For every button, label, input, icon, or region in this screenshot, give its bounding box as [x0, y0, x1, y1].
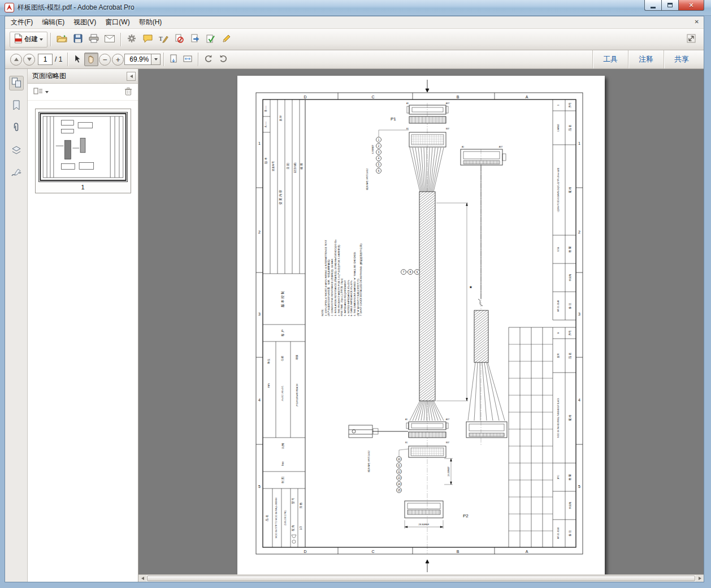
- zoom-in-button[interactable]: +: [112, 54, 124, 66]
- menu-help[interactable]: 帮助(H): [135, 16, 167, 29]
- print-icon: [89, 34, 99, 45]
- svg-text:品 名: 品 名: [569, 353, 572, 359]
- svg-text:更改单号: 更改单号: [271, 161, 275, 172]
- task-panes-tabs: 工具 注释 共享: [592, 50, 699, 68]
- panel-header: 页面缩略图: [28, 69, 138, 84]
- svg-text:B37: B37: [446, 442, 449, 444]
- connector-branch-bottom: [466, 422, 507, 438]
- menu-window[interactable]: 窗口(W): [101, 16, 134, 29]
- svg-text:页 数: 页 数: [300, 502, 302, 508]
- share-pane-tab[interactable]: 共享: [664, 54, 699, 64]
- attachments-nav-button[interactable]: [9, 121, 24, 136]
- svg-text:供应商: 供应商: [569, 501, 571, 509]
- email-button[interactable]: [102, 32, 118, 47]
- gear-icon: [127, 34, 136, 45]
- balloon-callouts: 123456 789 101112131415: [376, 137, 420, 493]
- svg-text:3. INSULATION RESISTANCE (绝缘电阻: 3. INSULATION RESISTANCE (绝缘电阻): 10 MΩ M…: [334, 240, 337, 316]
- protect-button[interactable]: [171, 32, 187, 47]
- svg-text:NOTE:: NOTE:: [321, 309, 324, 316]
- rotate-ccw-button[interactable]: [201, 53, 216, 66]
- fit-width-button[interactable]: [180, 53, 195, 66]
- zoom-out-button[interactable]: −: [99, 54, 111, 66]
- sign-button[interactable]: T: [155, 32, 171, 47]
- svg-text:6. THE DIMENSIONS MARKED "★" S: 6. THE DIMENSIONS MARKED "★" SHALL BE CH…: [353, 252, 356, 316]
- svg-text:4. THE PRODUCT MEETS PCIE 5.0: 4. THE PRODUCT MEETS PCIE 5.0 (产品符合PCIE …: [337, 245, 340, 316]
- separator: [67, 53, 68, 66]
- bookmarks-nav-button[interactable]: [9, 98, 24, 113]
- svg-text:mm: mm: [267, 383, 270, 388]
- pdf-page: DCBA DCBA 12345 12345 序号 品 名: [237, 76, 605, 576]
- scroll-right-button[interactable]: [696, 575, 704, 582]
- svg-text:ECO NO.: ECO NO.: [294, 162, 297, 172]
- close-button[interactable]: ✕: [678, 0, 704, 11]
- comment-pane-tab[interactable]: 注释: [628, 54, 664, 64]
- rotate-cw-button[interactable]: [216, 53, 231, 66]
- open-button[interactable]: [54, 32, 70, 47]
- signatures-nav-button[interactable]: [9, 166, 24, 181]
- pencil-tool-button[interactable]: [219, 32, 235, 47]
- separator: [163, 53, 164, 66]
- approve-button[interactable]: [203, 32, 219, 47]
- svg-text:1: 1: [578, 141, 580, 145]
- page-thumbnail[interactable]: 1: [35, 109, 131, 193]
- svg-text:T: T: [159, 35, 163, 42]
- layers-icon: [11, 145, 22, 158]
- scroll-left-button[interactable]: [138, 575, 146, 582]
- horizontal-scrollbar[interactable]: [138, 574, 704, 582]
- scroll-mode-button[interactable]: [167, 53, 180, 66]
- layers-nav-button[interactable]: [9, 144, 24, 158]
- collapse-left-icon: [130, 75, 133, 78]
- menu-file[interactable]: 文件(F): [6, 16, 37, 29]
- next-page-button[interactable]: [23, 54, 35, 66]
- page-number-input[interactable]: [38, 54, 53, 65]
- menubar-close-icon[interactable]: ✕: [695, 19, 699, 25]
- zoom-level-input[interactable]: [124, 54, 151, 65]
- svg-text:LQM94 PCIE5.0 32AWG 2X(2C+D)*8: LQM94 PCIE5.0 32AWG 2X(2C+D)*8P+36mm 镀银: [557, 167, 560, 212]
- menu-edit[interactable]: 编辑(E): [37, 16, 69, 29]
- paperclip-icon: [11, 122, 22, 135]
- svg-text:1PC: 1PC: [557, 475, 560, 479]
- svg-text:B37: B37: [446, 128, 449, 130]
- print-button[interactable]: [86, 32, 102, 47]
- hand-tool-icon: [87, 54, 96, 65]
- svg-text:b. CABLE IMPEDANCE-85±10%: b. CABLE IMPEDANCE-85±10%: [350, 280, 353, 316]
- thumbnail-image: [38, 112, 128, 182]
- select-tool-button[interactable]: [71, 53, 84, 66]
- braid-fan-bottom: [410, 401, 444, 421]
- cable-assembly: [349, 105, 507, 529]
- save-button[interactable]: [70, 32, 86, 47]
- svg-text:1/3: 1/3: [300, 526, 302, 530]
- svg-text:变 更 内 容: 变 更 内 容: [279, 189, 283, 205]
- maximize-button[interactable]: [661, 0, 678, 11]
- dim-6-80ref: 6.80REF: [371, 145, 374, 154]
- menu-view[interactable]: 视图(V): [69, 16, 101, 29]
- comment-bubble-icon: [143, 34, 153, 45]
- customize-toolbar-button[interactable]: [683, 32, 699, 47]
- svg-text:型 号: 型 号: [291, 498, 294, 504]
- page-thumbnails-panel: 页面缩略图: [28, 69, 138, 582]
- minimize-button[interactable]: [644, 0, 661, 11]
- svg-text:2. CONDUCTIVE RESISTANCE (导体电阻: 2. CONDUCTIVE RESISTANCE (导体电阻): 1Ω MAX.: [331, 258, 333, 316]
- scroll-page-icon: [170, 54, 177, 65]
- save-floppy-icon: [73, 34, 83, 45]
- svg-text:A1: A1: [405, 418, 407, 421]
- settings-button[interactable]: [124, 32, 140, 47]
- export-button[interactable]: [187, 32, 203, 47]
- create-pdf-button[interactable]: 创建: [10, 32, 47, 47]
- tools-pane-tab[interactable]: 工具: [593, 54, 628, 64]
- mold-number-bottom: 模具编号: HST-1412: [367, 450, 370, 473]
- document-area[interactable]: DCBA DCBA 12345 12345 序号 品 名: [138, 69, 704, 582]
- thumbnail-options-button[interactable]: [33, 87, 44, 97]
- comment-button[interactable]: [140, 32, 155, 47]
- collapse-panel-button[interactable]: [127, 72, 136, 81]
- svg-text:7. DUST COVER INSTALLED ON BOT: 7. DUST COVER INSTALLED ON BOTH END. (两端…: [359, 244, 363, 316]
- zoom-dropdown-button[interactable]: [151, 54, 161, 65]
- chevron-down-icon: [40, 38, 43, 41]
- delete-page-button[interactable]: [124, 87, 132, 97]
- page-thumbnails-nav-button[interactable]: [9, 76, 24, 90]
- svg-text:规 格: 规 格: [568, 414, 572, 421]
- scrollbar-thumb[interactable]: [147, 576, 695, 581]
- previous-page-button[interactable]: [10, 54, 22, 66]
- svg-text:D: D: [304, 550, 306, 554]
- hand-tool-button[interactable]: [84, 53, 98, 66]
